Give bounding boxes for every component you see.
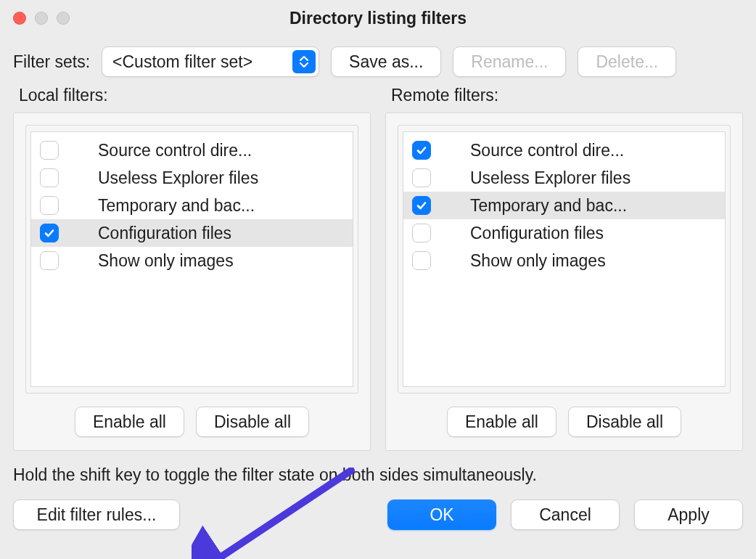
filter-sets-label: Filter sets: [13,52,90,72]
checkbox[interactable] [412,224,431,242]
remote-filter-item[interactable]: Temporary and bac... [403,192,725,219]
local-filter-item[interactable]: Useless Explorer files [31,164,353,192]
rename-button: Rename... [453,46,566,77]
remote-filters-list[interactable]: Source control dire...Useless Explorer f… [403,131,726,387]
local-filter-item[interactable]: Temporary and bac... [31,192,353,219]
filter-item-label: Temporary and bac... [470,196,718,216]
remote-filter-item[interactable]: Show only images [403,247,725,274]
filter-item-label: Configuration files [470,224,718,243]
local-filters-panel: Source control dire...Useless Explorer f… [13,113,371,451]
filter-set-select[interactable]: <Custom filter set> [102,46,319,77]
remote-enable-all-button[interactable]: Enable all [447,407,556,437]
filter-item-label: Source control dire... [470,141,718,160]
remote-disable-all-button[interactable]: Disable all [568,407,681,437]
checkbox[interactable] [412,141,431,160]
save-as-button[interactable]: Save as... [331,46,441,77]
local-filters-list[interactable]: Source control dire...Useless Explorer f… [30,131,353,387]
title-bar: Directory listing filters [0,0,756,36]
checkbox[interactable] [412,196,431,215]
apply-button[interactable]: Apply [634,499,743,530]
remote-filters-title: Remote filters: [391,86,743,105]
remote-filters-panel: Source control dire...Useless Explorer f… [385,113,743,451]
filter-item-label: Useless Explorer files [98,168,345,188]
local-disable-all-button[interactable]: Disable all [196,407,309,437]
hint-text: Hold the shift key to toggle the filter … [0,451,756,495]
filters-content: Local filters: Source control dire...Use… [0,84,756,451]
filter-item-label: Temporary and bac... [98,196,345,216]
window-title: Directory listing filters [0,9,756,28]
checkbox[interactable] [412,251,431,270]
filter-item-label: Show only images [98,251,345,271]
remote-filter-item[interactable]: Source control dire... [403,136,725,164]
checkbox[interactable] [40,168,59,187]
checkbox[interactable] [40,224,59,242]
remote-filter-item[interactable]: Configuration files [403,219,725,247]
local-enable-all-button[interactable]: Enable all [75,407,184,437]
checkbox[interactable] [40,196,59,215]
local-filter-item[interactable]: Show only images [31,247,353,274]
ok-button[interactable]: OK [387,499,496,530]
local-filters-title: Local filters: [19,86,371,105]
local-filter-item[interactable]: Source control dire... [31,136,353,164]
remote-filter-item[interactable]: Useless Explorer files [403,164,725,192]
checkbox[interactable] [40,251,59,270]
cancel-button[interactable]: Cancel [511,499,620,530]
filter-set-toolbar: Filter sets: <Custom filter set> Save as… [0,36,756,84]
checkbox[interactable] [40,141,59,160]
filter-set-select-value: <Custom filter set> [112,52,252,72]
chevron-up-down-icon [292,50,316,73]
filter-item-label: Useless Explorer files [470,168,718,188]
dialog-footer: Edit filter rules... OK Cancel Apply [0,495,756,530]
edit-filter-rules-button[interactable]: Edit filter rules... [13,499,180,530]
filter-item-label: Show only images [470,251,718,271]
delete-button: Delete... [578,46,676,77]
checkbox[interactable] [412,168,431,187]
local-filter-item[interactable]: Configuration files [31,219,353,247]
filter-item-label: Configuration files [98,224,345,243]
filter-item-label: Source control dire... [98,141,345,160]
